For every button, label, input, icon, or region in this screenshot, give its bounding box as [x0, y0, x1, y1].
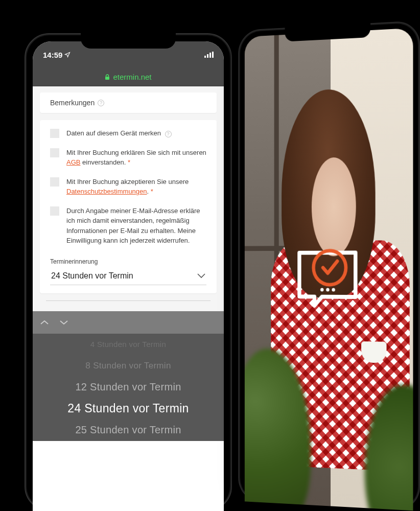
phone-notch [81, 33, 176, 49]
status-time: 14:59 [43, 51, 71, 59]
checkbox-newsletter[interactable] [50, 206, 59, 216]
agb-required: * [128, 158, 130, 166]
newsletter-text: Durch Angabe meiner E-Mail-Adresse erklä… [66, 206, 206, 246]
url-text: etermin.net [113, 73, 151, 81]
svg-rect-1 [207, 54, 208, 58]
remarks-card: Bemerkungen ? [40, 92, 217, 113]
form-content: Bemerkungen ? Daten auf diesem Gerät mer… [33, 86, 224, 441]
phone-right [238, 20, 420, 511]
lock-icon [105, 74, 110, 80]
consent-card: Daten auf diesem Gerät merken ? Mit Ihre… [40, 120, 217, 293]
checkbox-agb[interactable] [50, 148, 59, 157]
picker-option[interactable]: 4 Stunden vor Termin [33, 334, 224, 355]
picker-toolbar [33, 311, 224, 334]
svg-rect-4 [105, 77, 109, 80]
checkbox-privacy-row: Mit Ihrer Buchung akzeptieren Sie unsere… [50, 177, 206, 197]
chevron-down-icon[interactable] [59, 319, 68, 326]
privacy-suffix: . [147, 188, 151, 195]
location-icon [64, 52, 71, 58]
svg-rect-3 [212, 52, 214, 58]
picker-wrap: 4 Stunden vor Termin 8 Stunden vor Termi… [33, 311, 224, 441]
svg-point-6 [320, 288, 324, 291]
app-logo [287, 233, 368, 320]
privacy-prefix: Mit Ihrer Buchung akzeptieren Sie unsere [66, 178, 189, 185]
svg-rect-0 [204, 56, 206, 58]
checkbox-privacy-text: Mit Ihrer Buchung akzeptieren Sie unsere… [66, 177, 206, 197]
signal-icon [204, 52, 214, 58]
url-bar[interactable]: etermin.net [33, 68, 224, 86]
checkbox-newsletter-row: Durch Angabe meiner E-Mail-Adresse erklä… [50, 206, 206, 246]
checkbox-agb-text: Mit Ihrer Buchung erklären Sie sich mit … [66, 148, 206, 168]
time-text: 14:59 [43, 51, 62, 59]
splash-screen [245, 28, 413, 511]
reminder-section: Terminerinnerung 24 Stunden vor Termin [50, 258, 206, 285]
chevron-down-icon [197, 273, 205, 278]
picker-option-selected[interactable]: 24 Stunden vor Termin [33, 398, 224, 420]
remarks-label-row: Bemerkungen ? [50, 99, 206, 107]
remarks-label: Bemerkungen [50, 99, 95, 107]
checkbox-remember-text: Daten auf diesem Gerät merken ? [66, 128, 172, 138]
svg-point-7 [326, 288, 330, 291]
svg-point-8 [332, 288, 335, 292]
checkbox-remember-row: Daten auf diesem Gerät merken ? [50, 128, 206, 138]
picker[interactable]: 4 Stunden vor Termin 8 Stunden vor Termi… [33, 334, 224, 441]
chevron-up-icon[interactable] [40, 319, 49, 326]
picker-option[interactable]: 8 Stunden vor Termin [33, 355, 224, 377]
divider [46, 300, 211, 301]
checkbox-remember[interactable] [50, 129, 59, 138]
svg-rect-2 [209, 53, 211, 58]
help-icon[interactable]: ? [165, 131, 172, 137]
status-right [204, 52, 214, 58]
checkbox-agb-row: Mit Ihrer Buchung erklären Sie sich mit … [50, 148, 206, 168]
help-icon[interactable]: ? [98, 100, 104, 106]
checkbox-privacy[interactable] [50, 177, 59, 187]
svg-point-9 [314, 250, 346, 285]
reminder-select[interactable]: 24 Stunden vor Termin [50, 268, 206, 285]
phone-left: 14:59 etermin.net Bemerkungen ? [25, 33, 232, 511]
phone-screen: 14:59 etermin.net Bemerkungen ? [33, 41, 224, 511]
picker-option[interactable]: 12 Stunden vor Termin [33, 377, 224, 398]
remember-text: Daten auf diesem Gerät merken [66, 129, 161, 137]
privacy-required: * [151, 188, 153, 195]
agb-suffix: einverstanden. [80, 158, 128, 166]
picker-option[interactable]: 25 Stunden vor Termin [33, 420, 224, 441]
agb-link[interactable]: AGB [66, 158, 80, 166]
reminder-value: 24 Stunden vor Termin [51, 271, 133, 281]
reminder-label: Terminerinnerung [50, 258, 206, 265]
privacy-link[interactable]: Datenschutzbestimmungen [66, 188, 147, 195]
agb-prefix: Mit Ihrer Buchung erklären Sie sich mit … [66, 149, 206, 156]
